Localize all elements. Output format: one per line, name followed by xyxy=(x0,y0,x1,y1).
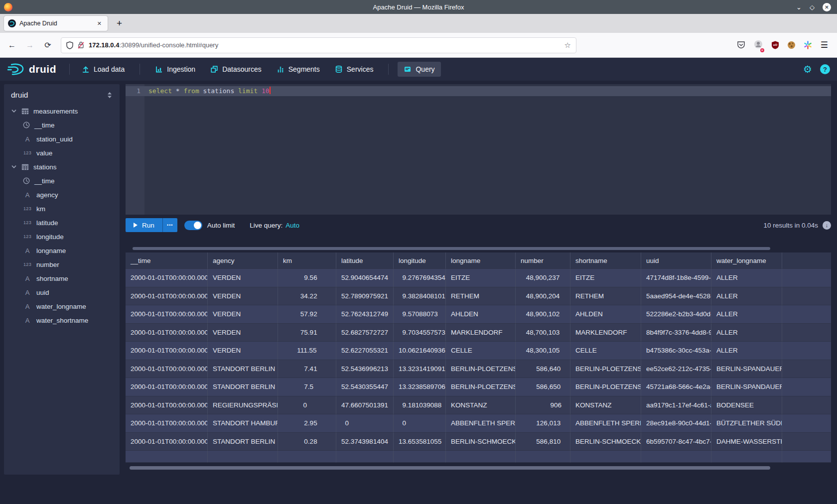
cell-water_longname[interactable]: ALLER xyxy=(711,342,782,360)
cell-longitude[interactable]: 10.0621640936 xyxy=(394,342,446,360)
sidebar-column-stations-longname[interactable]: Alongname xyxy=(4,244,120,257)
cell-longitude[interactable]: 9.7034557573 xyxy=(394,324,446,342)
cell-number[interactable]: 906 xyxy=(516,396,570,415)
cell-longname[interactable]: BERLIN-PLOETZENSEE OP xyxy=(446,360,516,378)
cell-latitude[interactable]: 52.3743981404 xyxy=(336,433,394,451)
download-icon[interactable]: ↓ xyxy=(823,221,831,230)
new-tab-button[interactable]: + xyxy=(114,18,125,29)
cell-latitude[interactable]: 52.5436996213 xyxy=(336,360,394,378)
window-minimize-icon[interactable]: ⌄ xyxy=(796,4,802,10)
sidebar-table-measurements[interactable]: measurements xyxy=(4,104,120,118)
cell-longitude[interactable]: 9.3828408101 xyxy=(394,287,446,306)
cell-shortname[interactable]: CELLE xyxy=(570,342,641,360)
sidebar-column-measurements-station_uuid[interactable]: Astation_uuid xyxy=(4,132,120,146)
cell-longitude[interactable]: 0 xyxy=(394,414,446,433)
cell-number[interactable]: 48,900,237 xyxy=(516,269,570,287)
cell-longitude[interactable]: 13.653581055 xyxy=(394,433,446,451)
sort-double-caret-icon[interactable] xyxy=(107,92,113,99)
cell-latitude[interactable]: 52.7890975921 xyxy=(336,287,394,306)
column-header-uuid[interactable]: uuid xyxy=(641,252,711,269)
browser-tab[interactable]: Apache Druid ✕ xyxy=(4,16,108,31)
back-button[interactable]: ← xyxy=(7,41,17,50)
run-button[interactable]: Run xyxy=(126,218,162,232)
cell-agency[interactable]: STANDORT BERLIN xyxy=(208,378,278,396)
nav-item-ingestion[interactable]: Ingestion xyxy=(149,62,201,77)
cell-__time[interactable]: 2000-01-01T00:00:00.000Z xyxy=(126,360,208,378)
cell-__time[interactable]: 2000-01-01T00:00:00.000Z xyxy=(126,433,208,451)
gear-icon[interactable]: ⚙ xyxy=(803,64,812,74)
nav-item-load-data[interactable]: Load data xyxy=(76,62,131,77)
ublock-icon[interactable]: uO xyxy=(771,41,779,49)
nav-item-query[interactable]: Query xyxy=(398,62,440,77)
cell-agency[interactable]: STANDORT BERLIN xyxy=(208,360,278,378)
cell-longname[interactable]: KONSTANZ xyxy=(446,396,516,415)
druid-brand[interactable]: druid xyxy=(7,63,56,76)
sidebar-column-stations-uuid[interactable]: Auuid xyxy=(4,285,120,299)
column-header-agency[interactable]: agency xyxy=(208,252,278,269)
cell-longname[interactable]: BERLIN-SCHMOECKWITZ xyxy=(446,433,516,451)
cell-latitude[interactable]: 47.6607501391 xyxy=(336,396,394,415)
cell-uuid[interactable]: 6b595707-8c47-4bc7-a8 xyxy=(641,433,711,451)
cell-water_longname[interactable]: ALLER xyxy=(711,305,782,324)
cell-agency[interactable]: VERDEN xyxy=(208,287,278,306)
cell-longname[interactable]: EITZE xyxy=(446,269,516,287)
cell-__time[interactable]: 2000-01-01T00:00:00.000Z xyxy=(126,305,208,324)
sidebar-column-stations-water_shortname[interactable]: Awater_shortname xyxy=(4,313,120,327)
cell-water_longname[interactable]: BODENSEE xyxy=(711,396,782,415)
cell-uuid[interactable]: ee52ce62-212c-4735-b4 xyxy=(641,360,711,378)
cell-shortname[interactable]: BERLIN-SCHMOECKWITZ xyxy=(570,433,641,451)
cell-agency[interactable]: STANDORT HAMBURG xyxy=(208,414,278,433)
cell-__time[interactable]: 2000-01-01T00:00:00.000Z xyxy=(126,324,208,342)
cell-shortname[interactable]: BERLIN-PLOETZENSEE OP xyxy=(570,360,641,378)
cell-longname[interactable]: BERLIN-PLOETZENSEE UP xyxy=(446,378,516,396)
cell-uuid[interactable]: 5aaed954-de4e-4528-8f xyxy=(641,287,711,306)
cell-longname[interactable]: CELLE xyxy=(446,342,516,360)
cell-shortname[interactable]: BERLIN-PLOETZENSEE UP xyxy=(570,378,641,396)
extension-asterisk-icon[interactable] xyxy=(804,41,812,49)
cell-shortname[interactable]: KONSTANZ xyxy=(570,396,641,415)
cell-agency[interactable]: VERDEN xyxy=(208,305,278,324)
column-header-latitude[interactable]: latitude xyxy=(336,252,394,269)
cell-longname[interactable]: ABBENFLETH SPERRWERK xyxy=(446,414,516,433)
sidebar-column-measurements-value[interactable]: 123value xyxy=(4,146,120,160)
sidebar-column-stations-shortname[interactable]: Ashortname xyxy=(4,271,120,285)
sidebar-column-stations-water_longname[interactable]: Awater_longname xyxy=(4,299,120,313)
cell-km[interactable]: 2.95 xyxy=(278,414,336,433)
cell-km[interactable]: 7.41 xyxy=(278,360,336,378)
shield-icon[interactable] xyxy=(66,41,73,49)
sidebar-column-stations-latitude[interactable]: 123latitude xyxy=(4,216,120,230)
chevron-down-icon[interactable] xyxy=(11,164,17,170)
cell-longname[interactable]: RETHEM xyxy=(446,287,516,306)
pocket-icon[interactable] xyxy=(737,41,745,49)
run-more-button[interactable]: ••• xyxy=(162,218,177,232)
window-maximize-icon[interactable]: ◇ xyxy=(810,4,815,10)
cell-agency[interactable]: STANDORT BERLIN xyxy=(208,433,278,451)
cell-agency[interactable]: REGIERUNGSPRÄSIDIUM xyxy=(208,396,278,415)
cell-km[interactable]: 0.28 xyxy=(278,433,336,451)
cell-number[interactable]: 586,650 xyxy=(516,378,570,396)
window-close-icon[interactable]: ✕ xyxy=(823,3,831,11)
cell-water_longname[interactable]: ALLER xyxy=(711,324,782,342)
bookmark-star-icon[interactable]: ☆ xyxy=(564,41,571,50)
cell-__time[interactable]: 2000-01-01T00:00:00.000Z xyxy=(126,378,208,396)
cell-longitude[interactable]: 9.181039088 xyxy=(394,396,446,415)
query-editor[interactable]: 1 select * from stations limit 10 xyxy=(126,84,831,215)
query-text[interactable]: select * from stations limit 10 xyxy=(140,86,271,96)
reload-button[interactable]: ⟳ xyxy=(43,40,53,50)
lock-insecure-icon[interactable] xyxy=(78,41,84,49)
cell-longitude[interactable]: 9.57088073 xyxy=(394,305,446,324)
cell-number[interactable]: 48,700,103 xyxy=(516,324,570,342)
cell-longname[interactable]: MARKLENDORF xyxy=(446,324,516,342)
horizontal-scrollbar[interactable] xyxy=(130,466,770,470)
sidebar-column-stations-__time[interactable]: __time xyxy=(4,174,120,188)
cell-number[interactable]: 126,013 xyxy=(516,414,570,433)
sidebar-column-stations-longitude[interactable]: 123longitude xyxy=(4,230,120,244)
cell-shortname[interactable]: AHLDEN xyxy=(570,305,641,324)
account-icon[interactable]: ✕ xyxy=(754,40,763,51)
cell-km[interactable]: 57.92 xyxy=(278,305,336,324)
sidebar-column-stations-number[interactable]: 123number xyxy=(4,257,120,271)
cell-agency[interactable]: VERDEN xyxy=(208,324,278,342)
cell-uuid[interactable]: 28ec91e8-90c0-44d1-8fc xyxy=(641,414,711,433)
sidebar-column-stations-km[interactable]: 123km xyxy=(4,202,120,216)
column-header-shortname[interactable]: shortname xyxy=(570,252,641,269)
